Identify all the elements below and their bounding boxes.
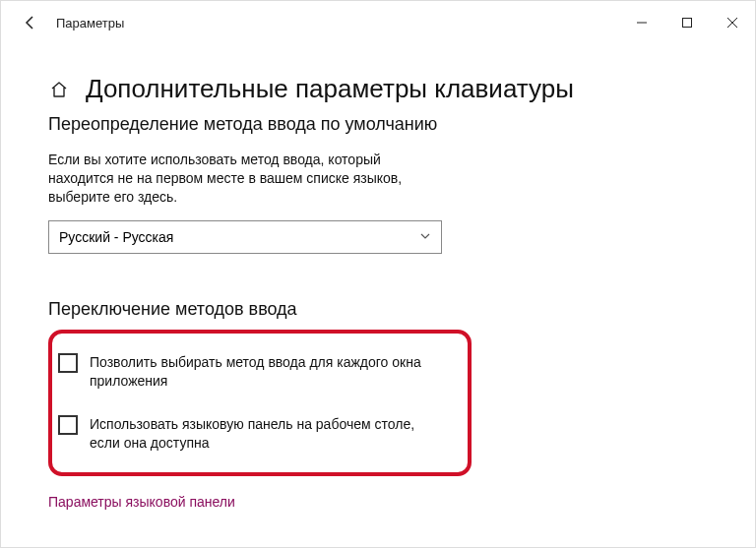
titlebar: Параметры <box>1 1 755 44</box>
checkbox-language-bar[interactable] <box>58 415 78 435</box>
checkbox-row-language-bar[interactable]: Использовать языковую панель на рабочем … <box>58 409 450 458</box>
section-switch-title: Переключение методов ввода <box>48 299 708 320</box>
back-button[interactable] <box>15 7 46 38</box>
section-override-description: Если вы хотите использовать метод ввода,… <box>48 151 442 207</box>
checkbox-per-window-label: Позволить выбирать метод ввода для каждо… <box>90 353 424 391</box>
section-override-title: Переопределение метода ввода по умолчани… <box>48 114 708 135</box>
close-button[interactable] <box>710 8 755 37</box>
checkbox-row-per-window[interactable]: Позволить выбирать метод ввода для каждо… <box>58 347 450 396</box>
maximize-button[interactable] <box>664 8 710 37</box>
checkbox-language-bar-label: Использовать языковую панель на рабочем … <box>90 415 424 453</box>
svg-rect-1 <box>683 19 692 28</box>
language-bar-settings-link[interactable]: Параметры языковой панели <box>48 494 235 510</box>
input-method-select-value: Русский - Русская <box>59 229 173 245</box>
window-controls <box>619 8 755 37</box>
heading-row: Дополнительные параметры клавиатуры <box>48 74 708 104</box>
home-icon[interactable] <box>48 79 70 100</box>
chevron-down-icon <box>419 229 431 245</box>
page-title: Дополнительные параметры клавиатуры <box>86 74 574 104</box>
input-method-select[interactable]: Русский - Русская <box>48 220 442 254</box>
content-area: Дополнительные параметры клавиатуры Пере… <box>1 44 755 548</box>
checkbox-per-window[interactable] <box>58 353 78 373</box>
window-title: Параметры <box>56 16 619 30</box>
minimize-button[interactable] <box>619 8 664 37</box>
highlighted-options-group: Позволить выбирать метод ввода для каждо… <box>48 330 472 477</box>
